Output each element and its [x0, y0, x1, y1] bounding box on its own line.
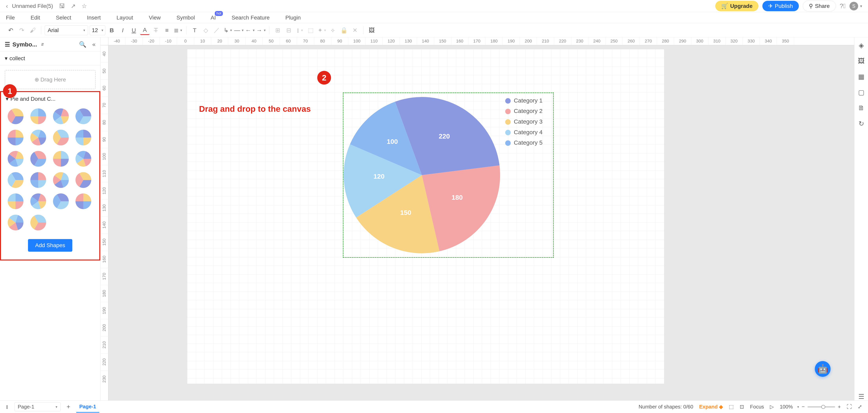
filename[interactable]: Unnamed File(5)	[12, 3, 53, 9]
shape-thumb-pie-10[interactable]	[52, 150, 69, 167]
menu-edit[interactable]: Edit	[31, 14, 40, 21]
help-icon[interactable]: ?⃝	[840, 2, 845, 10]
page-select[interactable]: Page-1▾	[14, 402, 61, 411]
menu-layout[interactable]: Layout	[117, 14, 133, 21]
insert-image-icon[interactable]: 🖼	[858, 57, 865, 65]
tools-icon[interactable]: ✕	[350, 26, 360, 35]
lock-icon[interactable]: 🔒	[339, 26, 348, 35]
menu-insert[interactable]: Insert	[87, 14, 101, 21]
menu-view[interactable]: View	[149, 14, 161, 21]
shape-thumb-pie-17[interactable]	[30, 193, 47, 210]
arrow-end-icon[interactable]: →▾	[256, 26, 266, 35]
apps-icon[interactable]: ▦	[858, 73, 864, 80]
italic-icon[interactable]: I	[118, 26, 127, 35]
history-icon[interactable]: ↻	[859, 119, 864, 128]
zoom-out-icon[interactable]: −	[802, 404, 805, 410]
pie-chart-selection[interactable]: 220180150120100Category 1Category 2Categ…	[343, 93, 554, 258]
redo-icon[interactable]: ↷	[17, 26, 26, 35]
menu-search-feature[interactable]: Search Feature	[231, 14, 270, 21]
align-icon[interactable]: ≡	[162, 26, 172, 35]
focus-label[interactable]: Focus	[750, 404, 764, 410]
font-color-icon[interactable]: A	[140, 26, 150, 35]
present-icon[interactable]: ▢	[858, 88, 864, 96]
shape-thumb-pie-3[interactable]	[75, 108, 92, 125]
distribute-icon[interactable]: ⬚	[306, 26, 315, 35]
shape-thumb-pie-4[interactable]	[7, 129, 24, 146]
shape-thumb-pie-7[interactable]	[75, 129, 92, 146]
bold-icon[interactable]: B	[107, 26, 117, 35]
font-size-select[interactable]: 12▾	[90, 25, 105, 35]
connector-icon[interactable]: ↳▾	[223, 26, 232, 35]
shape-thumb-pie-11[interactable]	[75, 150, 92, 167]
text-tool-icon[interactable]: T	[190, 26, 199, 35]
star-icon[interactable]: ☆	[82, 3, 87, 9]
effects-icon[interactable]: ✦▾	[317, 26, 327, 35]
search-icon[interactable]: 🔍	[79, 41, 86, 48]
layers-icon[interactable]: ⬚	[729, 404, 734, 410]
crop-icon[interactable]: ⟡	[328, 26, 338, 35]
zoom-in-icon[interactable]: +	[838, 404, 841, 410]
play-icon[interactable]: ▷	[770, 404, 774, 410]
chat-assistant-button[interactable]: 🤖	[815, 361, 831, 377]
fit-icon[interactable]: ⛶	[847, 404, 852, 410]
align-objects-icon[interactable]: ⫿▾	[295, 26, 305, 35]
export-icon[interactable]: ↗	[71, 3, 76, 9]
image-icon[interactable]: 🖼	[367, 26, 376, 35]
expand-button[interactable]: Expand ◆	[699, 404, 723, 410]
collapse-icon[interactable]: «	[92, 41, 96, 48]
undo-icon[interactable]: ↶	[6, 26, 16, 35]
publish-button[interactable]: ✈Publish	[763, 1, 799, 11]
page-tab-1[interactable]: Page-1	[76, 401, 99, 413]
shape-thumb-pie-20[interactable]	[7, 214, 24, 231]
shape-thumb-pie-2[interactable]	[52, 108, 69, 125]
fill-color-icon[interactable]: ◇	[201, 26, 211, 35]
menu-ai[interactable]: AIhot	[211, 14, 216, 21]
underline-icon[interactable]: U	[129, 26, 138, 35]
format-painter-icon[interactable]: 🖌	[28, 26, 37, 35]
shape-thumb-pie-0[interactable]	[7, 108, 24, 125]
share-button[interactable]: ⚲Share	[803, 1, 836, 11]
back-icon[interactable]: ‹	[6, 2, 8, 10]
shape-thumb-pie-8[interactable]	[7, 150, 24, 167]
shape-thumb-pie-9[interactable]	[30, 150, 47, 167]
add-shapes-button[interactable]: Add Shapes	[28, 239, 72, 252]
chevron-down-icon[interactable]: ▾	[797, 405, 799, 409]
shape-thumb-pie-14[interactable]	[52, 171, 69, 189]
add-page-button[interactable]: +	[67, 403, 70, 410]
canvas-area[interactable]: -40-30-20-100102030405060708090100110120…	[100, 37, 854, 401]
menu-symbol[interactable]: Symbol	[177, 14, 195, 21]
avatar-dropdown-icon[interactable]: ▾	[860, 4, 862, 8]
shape-thumb-pie-15[interactable]	[75, 171, 92, 189]
ungroup-icon[interactable]: ⊟	[284, 26, 293, 35]
line-spacing-icon[interactable]: ≣▾	[173, 26, 183, 35]
shape-thumb-pie-6[interactable]	[52, 129, 69, 146]
font-family-select[interactable]: Arial▾	[45, 25, 88, 35]
chevron-down-icon[interactable]: ⇵	[41, 42, 44, 47]
save-icon[interactable]: 🖫	[59, 3, 65, 9]
fullscreen-icon[interactable]: ⤢	[858, 404, 862, 410]
line-style-icon[interactable]: —▾	[234, 26, 244, 35]
shape-thumb-pie-21[interactable]	[30, 214, 47, 231]
group-icon[interactable]: ⊞	[273, 26, 282, 35]
fill-tool-icon[interactable]: ◈	[859, 41, 864, 49]
shape-thumb-pie-5[interactable]	[30, 129, 47, 146]
zoom-value[interactable]: 100%	[780, 404, 793, 410]
shape-thumb-pie-16[interactable]	[7, 193, 24, 210]
upgrade-button[interactable]: 🛒Upgrade	[715, 1, 758, 11]
clear-format-icon[interactable]: T̶	[151, 26, 161, 35]
shape-thumb-pie-12[interactable]	[7, 171, 24, 189]
menu-plugin[interactable]: Plugin	[285, 14, 301, 21]
shape-thumb-pie-13[interactable]	[30, 171, 47, 189]
menu-icon[interactable]: ☰	[858, 392, 864, 401]
arrow-start-icon[interactable]: ←▾	[245, 26, 255, 35]
menu-file[interactable]: File	[6, 14, 15, 21]
shape-thumb-pie-18[interactable]	[52, 193, 69, 210]
shape-thumb-pie-19[interactable]	[75, 193, 92, 210]
document-icon[interactable]: 🗎	[858, 104, 865, 112]
drag-here-drop[interactable]: ⊕ Drag Here	[5, 70, 96, 89]
target-icon[interactable]: ⊡	[740, 404, 744, 410]
line-color-icon[interactable]: ／	[212, 26, 221, 35]
shape-thumb-pie-1[interactable]	[30, 108, 47, 125]
user-avatar[interactable]: S	[849, 2, 858, 10]
zoom-slider[interactable]	[807, 406, 835, 408]
